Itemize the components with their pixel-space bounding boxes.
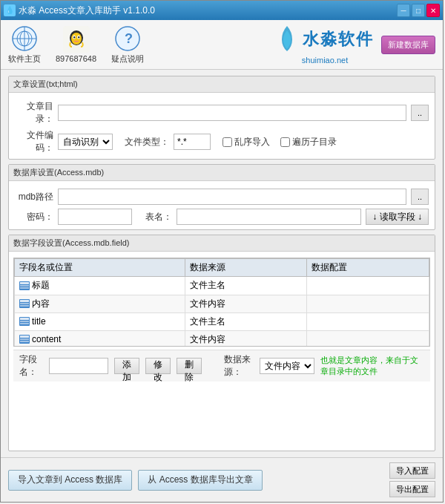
brand-logo xyxy=(276,24,298,54)
file-type-input[interactable] xyxy=(174,134,211,150)
svg-rect-27 xyxy=(20,336,29,338)
svg-rect-25 xyxy=(20,323,29,324)
encoding-select[interactable]: 自动识别 UTF-8 GBK xyxy=(58,134,113,150)
mdb-browse-button[interactable]: .. xyxy=(411,189,429,205)
article-dir-row: 文章目录： .. xyxy=(15,100,429,125)
field-name-input[interactable] xyxy=(49,358,108,374)
add-field-button[interactable]: 添加 xyxy=(114,358,139,374)
col-field-name: 字段名或位置 xyxy=(15,259,185,277)
qq-label: 897687648 xyxy=(56,54,96,63)
help-label: 疑点说明 xyxy=(111,53,144,65)
minimize-button[interactable]: ─ xyxy=(397,4,410,17)
close-button[interactable]: ✕ xyxy=(426,4,440,17)
qq-icon xyxy=(63,26,90,53)
mdb-input[interactable] xyxy=(58,189,406,205)
import-config-button[interactable]: 导入配置 xyxy=(389,462,435,479)
svg-rect-28 xyxy=(20,338,29,340)
dir-input[interactable] xyxy=(58,105,406,121)
dir-label: 文章目录： xyxy=(15,100,53,125)
table-row[interactable]: title 文件主名 xyxy=(15,313,429,331)
home-label: 软件主页 xyxy=(8,53,41,65)
export-button[interactable]: 从 Access 数据库导出文章 xyxy=(138,470,262,491)
subdir-label: 遍历子目录 xyxy=(280,136,337,148)
svg-rect-24 xyxy=(20,321,29,322)
table-row[interactable]: 内容 文件内容 xyxy=(15,295,429,313)
maximize-button[interactable]: □ xyxy=(412,4,425,17)
row-icon xyxy=(19,299,30,308)
row-config xyxy=(307,295,429,313)
db-section: 数据库设置(Access.mdb) mdb路径 .. 密码： 表名： ↓ 读取字… xyxy=(8,164,435,230)
svg-rect-29 xyxy=(20,341,29,342)
data-source-select[interactable]: 文件内容 文件主名 文件路径 xyxy=(260,358,314,374)
dir-browse-button[interactable]: .. xyxy=(411,105,429,121)
svg-point-10 xyxy=(73,36,75,38)
row-icon xyxy=(19,335,30,344)
svg-point-11 xyxy=(78,36,79,38)
article-section-title: 文章设置(txt;html) xyxy=(9,76,435,93)
article-section: 文章设置(txt;html) 文章目录： .. 文件编码： 自动识别 UTF-8… xyxy=(8,76,435,160)
encoding-label: 文件编码： xyxy=(15,129,53,154)
row-field-name: 标题 xyxy=(15,277,185,295)
row-config xyxy=(307,277,429,295)
row-source: 文件内容 xyxy=(185,295,307,313)
brand-url: shuimiao.net xyxy=(302,56,348,65)
mdb-row: mdb路径 .. xyxy=(15,189,429,205)
edit-field-button[interactable]: 修改 xyxy=(145,358,171,374)
row-field-name: 内容 xyxy=(15,295,185,313)
svg-rect-17 xyxy=(20,287,29,289)
password-label: 密码： xyxy=(15,211,53,223)
file-type-label: 文件类型： xyxy=(125,136,169,148)
window-title: 水淼 Access文章入库助手 v1.1.0.0 xyxy=(19,4,397,17)
subdir-checkbox[interactable] xyxy=(280,137,290,147)
field-edit-row: 字段名： 添加 修改 删除 数据来源： 文件内容 文件主名 文件路径 也就是文章… xyxy=(13,350,430,382)
footer: 导入文章到 Access 数据库 从 Access 数据库导出文章 导入配置 导… xyxy=(1,457,443,502)
db-section-title: 数据库设置(Access.mdb) xyxy=(9,165,435,181)
config-buttons: 导入配置 导出配置 xyxy=(389,462,435,497)
svg-rect-23 xyxy=(20,318,29,320)
home-icon xyxy=(11,25,38,52)
row-icon xyxy=(19,317,30,326)
data-source-label: 数据来源： xyxy=(224,353,254,379)
row-field-name: content xyxy=(15,331,185,347)
fields-table-container: 字段名或位置 数据来源 数据配置 标题 xyxy=(13,258,430,347)
row-field-name: title xyxy=(15,313,185,331)
table-input[interactable] xyxy=(177,209,361,225)
delete-field-button[interactable]: 删除 xyxy=(177,358,202,374)
random-import-checkbox[interactable] xyxy=(222,137,232,147)
db-section-body: mdb路径 .. 密码： 表名： ↓ 读取字段 ↓ xyxy=(9,184,435,229)
field-name-label: 字段名： xyxy=(19,353,43,379)
title-cell: title xyxy=(32,316,46,327)
row-source: 文件内容 xyxy=(185,331,307,347)
row-config xyxy=(307,313,429,331)
svg-rect-21 xyxy=(20,305,29,307)
title-bar: 💧 水淼 Access文章入库助手 v1.1.0.0 ─ □ ✕ xyxy=(1,1,443,20)
help-icon: ? xyxy=(114,25,141,52)
table-row[interactable]: content 文件内容 xyxy=(15,331,429,347)
password-input[interactable] xyxy=(58,209,132,225)
table-row[interactable]: 标题 文件主名 xyxy=(15,277,429,295)
row-source: 文件主名 xyxy=(185,313,307,331)
encoding-row: 文件编码： 自动识别 UTF-8 GBK 文件类型： 乱序导入 遍历子目录 xyxy=(15,129,429,154)
toolbar-help[interactable]: ? 疑点说明 xyxy=(111,25,144,65)
row-source: 文件主名 xyxy=(185,277,307,295)
svg-rect-19 xyxy=(20,300,29,302)
toolbar: 软件主页 897687648 xyxy=(1,20,443,70)
main-window: 💧 水淼 Access文章入库助手 v1.1.0.0 ─ □ ✕ 软件主页 xyxy=(0,0,444,503)
fields-section-title: 数据字段设置(Access.mdb.field) xyxy=(9,235,435,252)
password-table-row: 密码： 表名： ↓ 读取字段 ↓ xyxy=(15,209,429,225)
toolbar-qq[interactable]: 897687648 xyxy=(56,26,96,63)
toolbar-right: 水淼软件 shuimiao.net 新建数据库 xyxy=(276,24,435,65)
row-config xyxy=(307,331,429,347)
fields-table: 字段名或位置 数据来源 数据配置 标题 xyxy=(14,258,429,347)
svg-rect-16 xyxy=(20,285,29,287)
import-button[interactable]: 导入文章到 Access 数据库 xyxy=(8,470,132,491)
export-config-button[interactable]: 导出配置 xyxy=(389,481,435,497)
app-icon: 💧 xyxy=(4,4,16,16)
toolbar-home[interactable]: 软件主页 xyxy=(8,25,41,65)
new-db-button[interactable]: 新建数据库 xyxy=(381,36,435,54)
article-section-body: 文章目录： .. 文件编码： 自动识别 UTF-8 GBK 文件类型： xyxy=(9,96,435,159)
read-fields-button[interactable]: ↓ 读取字段 ↓ xyxy=(366,209,429,225)
random-import-label: 乱序导入 xyxy=(222,136,270,148)
svg-rect-20 xyxy=(20,303,29,304)
hint-text: 也就是文章内容，来自于文章目录中的文件 xyxy=(320,355,424,377)
